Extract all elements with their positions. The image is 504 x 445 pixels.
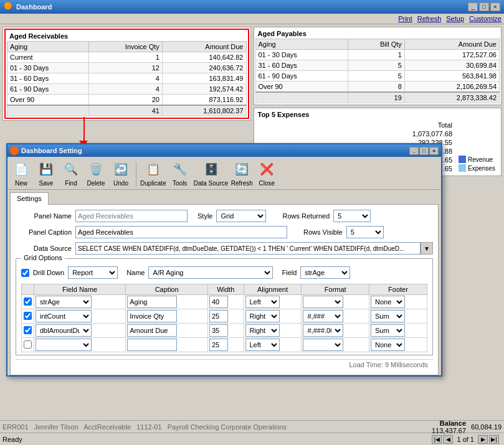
accounts-bar: ERR001 Jennifer Tilson AcctReceivable 11… <box>0 420 504 433</box>
col1-caption-input[interactable] <box>127 296 177 308</box>
col4-format-select[interactable] <box>303 339 343 351</box>
col1-checkbox[interactable] <box>24 297 32 306</box>
ar-aging-3: 61 - 90 Days <box>7 84 89 95</box>
menu-setup[interactable]: Setup <box>446 15 464 22</box>
drill-down-row: Drill Down Report Name A/R Aging Field s… <box>21 266 427 279</box>
col3-footer-select[interactable]: Sum <box>371 324 405 337</box>
data-source-dropdown-button[interactable]: ▼ <box>421 242 433 255</box>
menu-customize[interactable]: Customize <box>469 15 502 22</box>
col4-width-input[interactable] <box>209 339 228 351</box>
col1-field-select[interactable]: strAge <box>36 296 92 308</box>
col3-field-select[interactable]: dblAmountDue <box>36 324 92 337</box>
ar-amt-4: 873,116.92 <box>162 95 246 106</box>
drill-down-type-select[interactable]: Report <box>68 266 118 279</box>
col4-field-select[interactable] <box>36 339 92 351</box>
field-label: Field <box>282 269 297 276</box>
minimize-button[interactable]: _ <box>468 2 478 11</box>
account-info: ERR001 Jennifer Tilson AcctReceivable 11… <box>2 423 287 431</box>
col3-align-select[interactable]: Right <box>245 324 280 337</box>
style-select[interactable]: Grid <box>216 210 266 222</box>
window-controls[interactable]: _ □ × <box>468 2 500 11</box>
col2-width-input[interactable] <box>209 310 228 322</box>
columns-table: Field Name Caption Width Alignment Forma… <box>21 284 427 352</box>
name-label: Name <box>126 269 145 276</box>
col4-footer-select[interactable]: None <box>371 339 405 351</box>
dialog-controls[interactable]: _ □ × <box>409 147 439 155</box>
legend-item-revenue: Revenue <box>459 156 497 163</box>
duplicate-button[interactable]: 📋 Duplicate <box>140 159 166 187</box>
ar-qty-1: 12 <box>89 63 163 73</box>
ar-amt-1: 240,636.72 <box>162 63 246 73</box>
ar-total-amount: 1,610,802.37 <box>162 105 246 116</box>
close-button[interactable]: × <box>490 2 500 11</box>
duplicate-icon: 📋 <box>143 159 163 179</box>
col2-field-select[interactable]: intCount <box>36 310 92 322</box>
refresh-button[interactable]: 🔄 Refresh <box>231 159 253 187</box>
find-button[interactable]: 🔍 Find <box>60 159 82 187</box>
delete-icon: 🗑️ <box>86 159 106 179</box>
new-button[interactable]: 📄 New <box>10 159 32 187</box>
col3-checkbox[interactable] <box>24 326 32 334</box>
field-select[interactable]: strAge <box>300 266 350 279</box>
col2-align-select[interactable]: Right <box>245 310 280 322</box>
ap-table: Aging Bill Qty Amount Due 01 - 30 Days 1… <box>255 39 500 103</box>
name-select[interactable]: A/R Aging <box>148 266 273 279</box>
nav-last[interactable]: ▶| <box>489 435 499 444</box>
ar-qty-4: 20 <box>89 95 163 106</box>
tab-settings[interactable]: Settings <box>10 192 49 205</box>
menu-print[interactable]: Print <box>398 15 412 22</box>
nav-next[interactable]: ▶ <box>478 435 488 444</box>
ar-col-aging: Aging <box>7 42 89 52</box>
close-button-toolbar[interactable]: ❌ Close <box>255 159 278 187</box>
tools-button[interactable]: 🔧 Tools <box>169 159 191 187</box>
balance-amount: 113,437.67 <box>432 427 466 434</box>
dialog-title-bar: Dashboard Setting _ □ × <box>7 144 441 157</box>
col1-width-input[interactable] <box>209 296 228 308</box>
col3-format-select[interactable]: #,###.00 <box>303 324 343 337</box>
data-source-button[interactable]: 🗄️ Data Source <box>194 159 229 187</box>
col4-checkbox[interactable] <box>24 340 32 349</box>
col3-width-input[interactable] <box>209 324 228 337</box>
panel-caption-input[interactable] <box>75 226 287 238</box>
drill-down-checkbox[interactable] <box>21 269 29 277</box>
rows-visible-select[interactable]: 5 <box>346 226 384 238</box>
data-source-input[interactable] <box>75 242 421 255</box>
rows-returned-select[interactable]: 5 <box>333 210 371 222</box>
dialog-toolbar: 📄 New 💾 Save 🔍 Find 🗑️ Delete ↩️ Undo 📋 … <box>7 157 441 190</box>
nav-first[interactable]: |◀ <box>432 435 442 444</box>
col4-align-select[interactable]: Left <box>245 339 280 351</box>
col2-checkbox[interactable] <box>24 312 32 320</box>
panel-caption-label: Panel Caption <box>16 228 72 236</box>
col3-caption-input[interactable] <box>127 324 177 337</box>
col1-align-select[interactable]: Left <box>245 296 280 308</box>
undo-button[interactable]: ↩️ Undo <box>110 159 132 187</box>
col1-format-select[interactable] <box>303 296 343 308</box>
find-icon: 🔍 <box>61 159 81 179</box>
panel-name-input[interactable] <box>75 210 188 222</box>
col1-footer-select[interactable]: None <box>371 296 405 308</box>
settings-panel: Panel Name Style Grid Rows Returned 5 Pa… <box>10 204 439 375</box>
window-title: Dashboard <box>16 3 468 11</box>
col4-caption-input[interactable] <box>127 339 177 351</box>
maximize-button[interactable]: □ <box>479 2 489 11</box>
dashboard-setting-dialog: Dashboard Setting _ □ × 📄 New 💾 Save 🔍 F… <box>6 143 442 377</box>
drill-down-label: Drill Down <box>33 269 64 276</box>
style-label: Style <box>197 212 212 220</box>
dialog-minimize[interactable]: _ <box>409 147 419 155</box>
menu-refresh[interactable]: Refresh <box>417 15 442 22</box>
col2-caption-input[interactable] <box>127 310 177 322</box>
aged-receivables-panel: Aged Receivables Aging Invoice Qty Amoun… <box>2 27 251 121</box>
delete-button[interactable]: 🗑️ Delete <box>85 159 107 187</box>
save-button[interactable]: 💾 Save <box>35 159 57 187</box>
ready-text: Ready <box>2 436 22 443</box>
ap-total-row: 19 2,873,338.42 <box>255 92 500 103</box>
ar-aging-2: 31 - 60 Days <box>7 73 89 84</box>
col2-format-select[interactable]: #,### <box>303 310 343 322</box>
dialog-title: Dashboard Setting <box>21 147 409 154</box>
nav-prev[interactable]: ◀ <box>443 435 453 444</box>
dialog-close[interactable]: × <box>429 147 439 155</box>
table-row: 31 - 60 Days 5 30,699.84 <box>255 60 500 71</box>
col2-footer-select[interactable]: Sum <box>371 310 405 322</box>
top5-col-label: Total <box>257 121 455 129</box>
dialog-maximize[interactable]: □ <box>419 147 429 155</box>
